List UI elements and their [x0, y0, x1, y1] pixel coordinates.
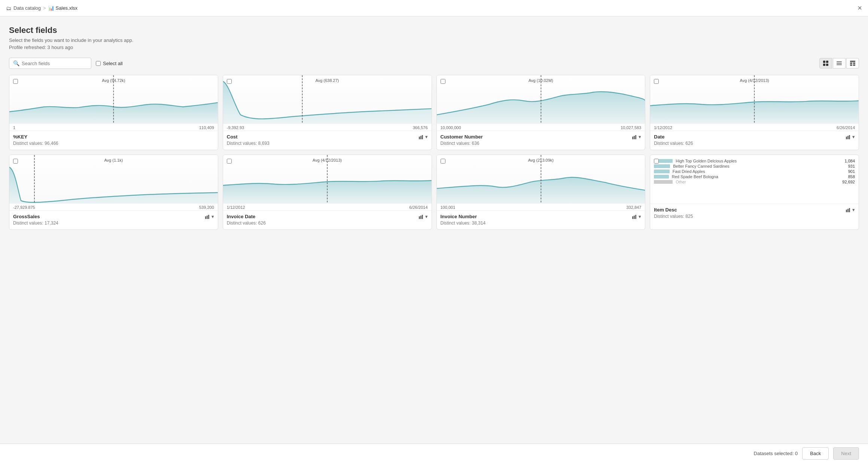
main-content: Select fields Select the fields you want… [0, 16, 868, 463]
search-box[interactable]: 🔍 [9, 58, 91, 69]
breadcrumb: 🗂 Data catalog > 📊 Sales.xlsx [6, 5, 77, 11]
select-all-checkbox[interactable] [96, 61, 101, 66]
range-min-cost: -9,392.93 [227, 125, 244, 130]
card-checkbox-customer_number[interactable] [441, 79, 445, 84]
card-title-row-gross_sales: GrossSales ▾ [13, 214, 214, 219]
bar-labels: High Top Golden Delcious Apples 1,084 Be… [654, 159, 855, 200]
chart-dropdown-icon-invoice_date[interactable]: ▾ [425, 214, 428, 219]
card-title-customer_number: Customer Number [441, 134, 483, 140]
chart-area-date: Avg (4/12/2013) [650, 75, 859, 124]
select-all-label[interactable]: Select all [103, 61, 123, 66]
card-cost: Avg (638.27) -9,392.93 366,576 [223, 75, 432, 150]
chart-range-key: 1 110,409 [9, 124, 218, 131]
svg-rect-37 [846, 210, 847, 212]
card-checkbox-gross_sales[interactable] [13, 159, 18, 164]
range-max-customer_number: 10,027,583 [621, 125, 641, 130]
card-info-item_desc: Item Desc ▾ Distinct values: 825 [650, 204, 859, 223]
chart-dropdown-icon-item_desc[interactable]: ▾ [852, 207, 855, 213]
avg-label-invoice_date: Avg (4/12/2013) [313, 158, 342, 162]
view-grid-button[interactable] [819, 58, 832, 68]
chart-dropdown-icon-invoice_number[interactable]: ▾ [639, 214, 641, 219]
svg-rect-31 [420, 216, 421, 219]
card-distinct-date: Distinct values: 626 [654, 141, 855, 146]
range-max-cost: 366,576 [413, 125, 428, 130]
card-title-row-cost: Cost ▾ [227, 134, 428, 140]
svg-rect-19 [634, 136, 635, 139]
chart-dropdown-icon-gross_sales[interactable]: ▾ [211, 214, 214, 219]
card-checkbox-invoice_number[interactable] [441, 159, 445, 164]
catalog-label[interactable]: Data catalog [13, 5, 41, 11]
card-checkbox-key[interactable] [13, 79, 18, 84]
close-button[interactable]: × [858, 4, 862, 12]
chart-range-invoice_date: 1/12/2012 6/26/2014 [223, 204, 432, 210]
avg-label-date: Avg (4/12/2013) [740, 78, 769, 83]
card-checkbox-item_desc[interactable] [654, 159, 659, 164]
card-distinct-cost: Distinct values: 8,693 [227, 141, 428, 146]
svg-rect-3 [826, 64, 828, 66]
card-actions-date[interactable]: ▾ [846, 134, 855, 140]
chart-range-invoice_number: 100,001 332,847 [437, 204, 645, 210]
svg-rect-34 [632, 216, 633, 219]
range-min-gross_sales: -27,929.875 [13, 205, 35, 210]
card-distinct-gross_sales: Distinct values: 17,324 [13, 220, 214, 226]
card-info-gross_sales: GrossSales ▾ Distinct values: 17,324 [9, 210, 218, 229]
range-max-invoice_number: 332,847 [626, 205, 641, 210]
bar-entry: Fast Dried Apples 901 [654, 169, 855, 174]
chart-type-icon-item_desc [846, 207, 851, 213]
chart-area-customer_number: Avg (10.02M) [437, 75, 645, 124]
next-button[interactable]: Next [833, 447, 859, 460]
chart-type-icon-invoice_date [418, 214, 424, 219]
svg-rect-6 [837, 64, 842, 65]
card-actions-invoice_number[interactable]: ▾ [632, 214, 641, 219]
page-subtitle: Select the fields you want to include in… [9, 37, 859, 43]
card-actions-invoice_date[interactable]: ▾ [418, 214, 428, 219]
svg-rect-16 [422, 135, 423, 139]
card-info-cost: Cost ▾ Distinct values: 8,693 [223, 131, 432, 150]
svg-rect-5 [837, 63, 842, 64]
svg-rect-0 [823, 61, 825, 63]
svg-rect-27 [207, 216, 208, 219]
toolbar-left: 🔍 Select all [9, 58, 123, 69]
card-actions-cost[interactable]: ▾ [418, 134, 428, 140]
view-list-button[interactable] [833, 58, 846, 68]
chart-dropdown-icon-cost[interactable]: ▾ [425, 134, 428, 140]
card-gross_sales: Avg (1.1k) -27,929.875 539,200 [9, 155, 218, 230]
card-title-invoice_date: Invoice Date [227, 214, 256, 219]
card-actions-gross_sales[interactable]: ▾ [205, 214, 214, 219]
chart-area-cost: Avg (638.27) [223, 75, 432, 124]
svg-rect-24 [849, 135, 850, 139]
bar-entry: High Top Golden Delcious Apples 1,084 [654, 159, 855, 163]
view-table-button[interactable] [846, 58, 859, 68]
svg-rect-26 [205, 216, 206, 219]
card-item_desc: High Top Golden Delcious Apples 1,084 Be… [650, 155, 859, 230]
card-actions-customer_number[interactable]: ▾ [632, 134, 641, 140]
chart-range-cost: -9,392.93 366,576 [223, 124, 432, 131]
range-min-invoice_date: 1/12/2012 [227, 205, 245, 210]
back-button[interactable]: Back [802, 447, 829, 460]
card-title-gross_sales: GrossSales [13, 214, 40, 219]
svg-rect-22 [846, 137, 847, 139]
card-customer_number: Avg (10.02M) 10,000,000 10,027,583 [436, 75, 646, 150]
breadcrumb-sep: > [43, 5, 46, 11]
select-all-wrap: Select all [96, 61, 123, 66]
avg-label-invoice_number: Avg (213.09k) [528, 158, 554, 162]
card-actions-item_desc[interactable]: ▾ [846, 207, 855, 213]
search-input[interactable] [22, 61, 87, 66]
card-checkbox-invoice_date[interactable] [227, 159, 232, 164]
range-max-date: 6/26/2014 [837, 125, 855, 130]
chart-dropdown-icon-date[interactable]: ▾ [852, 134, 855, 140]
card-checkbox-cost[interactable] [227, 79, 232, 84]
card-title-row-invoice_number: Invoice Number ▾ [441, 214, 642, 219]
card-title-key: %KEY [13, 134, 27, 140]
chart-type-icon-customer_number [632, 134, 637, 140]
view-toggle [819, 58, 859, 68]
card-distinct-item_desc: Distinct values: 825 [654, 214, 855, 219]
toolbar: 🔍 Select all [9, 58, 859, 69]
card-checkbox-date[interactable] [654, 79, 659, 84]
chart-range-customer_number: 10,000,000 10,027,583 [437, 124, 645, 131]
chart-type-icon-gross_sales [205, 214, 210, 219]
card-invoice_number: Avg (213.09k) 100,001 332,847 [436, 155, 646, 230]
chart-dropdown-icon-customer_number[interactable]: ▾ [639, 134, 641, 140]
bar-entry: Other 92,692 [654, 180, 855, 184]
svg-rect-4 [837, 61, 842, 62]
